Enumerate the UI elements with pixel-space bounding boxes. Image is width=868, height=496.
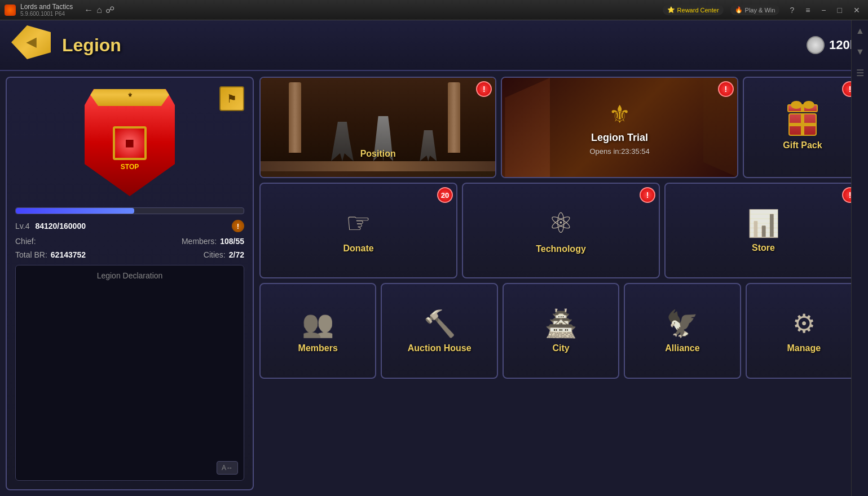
alliance-label: Alliance [665,343,699,353]
title-bar-right: ⭐ Reward Center 🔥 Play & Win ? ≡ − □ ✕ [663,5,863,16]
app-title: Lords and Tactics [20,3,73,11]
cities-label: Cities: [204,250,226,259]
play-win-icon: 🔥 [735,6,743,14]
play-win-button[interactable]: 🔥 Play & Win [730,5,780,15]
reward-center-button[interactable]: ⭐ Reward Center [663,5,724,15]
manage-label: Manage [787,343,821,353]
members-icon: 👥 [302,308,334,339]
title-bar-nav: ← ⌂ ☍ [84,5,114,15]
donate-badge: 20 [437,187,453,203]
legion-declaration: Legion Declaration A↔ [15,265,244,481]
trial-alert-badge: ! [718,81,734,97]
emblem-top-ornament: ⚜ [90,83,169,106]
level-label: Lv.4 [15,222,29,231]
store-icon: 📊 [747,208,779,238]
page-title: Legion [62,35,121,56]
manage-icon: ⚙ [792,308,816,339]
alliance-icon: 🦅 [666,308,698,339]
grid-top-row: Position ! ⚜ Legion Trial Opens in:23:35… [259,77,862,178]
position-label: Position [360,149,396,159]
right-panel: Position ! ⚜ Legion Trial Opens in:23:35… [259,77,862,490]
trial-title: Legion Trial [591,132,648,144]
city-label: City [552,343,569,353]
reward-star-icon: ⭐ [667,6,675,14]
maximize-button[interactable]: □ [834,5,845,16]
auction-icon: 🔨 [424,308,456,339]
currency-display: 120k [807,36,857,54]
donate-label: Donate [343,243,373,254]
members-label: Members: [182,237,217,246]
legion-trial-cell[interactable]: ⚜ Legion Trial Opens in:23:35:54 ! [501,77,738,178]
technology-alert-badge: ! [640,187,655,203]
technology-cell[interactable]: ! ⚛ Technology [462,183,660,278]
total-br-label: Total BR: [15,250,47,259]
left-panel: ⚑ ⚜ ■ STOP Lv.4 [6,77,254,490]
currency-icon [807,36,825,54]
members-label: Members [298,343,338,353]
app-icon [5,5,16,16]
main-content: ⚑ ⚜ ■ STOP Lv.4 [0,71,868,496]
legion-stats: Lv.4 84120/160000 ! Chief: Members: 108/… [15,220,244,259]
emblem-text: STOP [121,163,139,171]
sidebar-icon-3[interactable]: ☰ [854,68,865,78]
auction-house-cell[interactable]: 🔨 Auction House [381,283,497,379]
app-subtitle: 5.9.600.1001 P64 [20,11,73,17]
members-cell[interactable]: 👥 Members [259,283,376,379]
chief-members-row: Chief: Members: 108/55 [15,237,244,246]
total-br-value: 62143752 [51,250,86,259]
legion-emblem: ⚜ ■ STOP [82,86,178,199]
emblem-center: ■ [113,126,147,160]
chief-label: Chief: [15,237,36,246]
store-cell[interactable]: ! 📊 Store [664,183,862,278]
donate-cell[interactable]: 20 ☞ Donate [259,183,457,278]
store-label: Store [752,243,775,253]
alliance-cell[interactable]: 🦅 Alliance [624,283,741,379]
position-cell[interactable]: Position ! [259,77,496,178]
cities-value: 2/72 [229,250,244,259]
legion-emblem-container: ⚑ ⚜ ■ STOP [15,86,244,199]
nav-home-icon[interactable]: ⌂ [96,5,102,15]
game-header: ◀ Legion 120k [0,20,868,71]
exp-bar-fill [16,208,134,214]
nav-back-icon[interactable]: ← [84,5,93,15]
city-icon: 🏯 [545,308,577,339]
emblem-badge-button[interactable]: ⚑ [219,86,244,111]
gift-icon [787,104,818,136]
emblem-stop-icon: ■ [125,134,135,152]
play-win-label: Play & Win [745,7,776,14]
declaration-body [21,280,238,461]
gift-pack-cell[interactable]: ! Gift Pack [743,77,862,178]
help-button[interactable]: ? [786,5,797,16]
legion-trial-content: ⚜ Legion Trial Opens in:23:35:54 [589,78,649,177]
emblem-badge-icon: ⚑ [227,92,237,105]
declaration-title: Legion Declaration [21,271,238,280]
info-button[interactable]: ! [232,220,244,232]
auction-house-label: Auction House [408,343,472,353]
grid-mid-row: 20 ☞ Donate ! ⚛ Technology ! 📊 Store [259,183,862,278]
exp-display: 84120/160000 [35,222,86,231]
sidebar-icon-1[interactable]: ▲ [855,26,865,36]
minimize-button[interactable]: − [818,5,829,16]
level-row: Lv.4 84120/160000 ! [15,220,244,232]
br-cities-row: Total BR: 62143752 Cities: 2/72 [15,250,244,259]
title-bar: Lords and Tactics 5.9.600.1001 P64 ← ⌂ ☍… [0,0,868,20]
tech-icon: ⚛ [548,207,574,240]
menu-button[interactable]: ≡ [802,5,813,16]
trial-emblem-icon: ⚜ [609,100,631,129]
title-bar-left: Lords and Tactics 5.9.600.1001 P64 ← ⌂ ☍ [5,3,114,17]
reward-center-label: Reward Center [677,7,719,14]
back-button[interactable]: ◀ [11,25,56,65]
donate-icon: ☞ [343,208,374,239]
translate-button[interactable]: A↔ [217,461,238,475]
gift-pack-label: Gift Pack [783,140,822,150]
exp-bar-container [15,207,244,214]
right-sidebar: ▲ ▼ ☰ [851,20,868,496]
manage-cell[interactable]: ⚙ Manage [746,283,862,379]
grid-bot-row: 👥 Members 🔨 Auction House 🏯 City 🦅 Allia… [259,283,862,379]
technology-label: Technology [536,244,586,254]
sidebar-icon-2[interactable]: ▼ [855,47,865,56]
window-controls: ? ≡ − □ ✕ [786,5,863,16]
close-button[interactable]: ✕ [850,5,863,16]
nav-bookmark-icon[interactable]: ☍ [105,5,114,15]
city-cell[interactable]: 🏯 City [503,283,619,379]
